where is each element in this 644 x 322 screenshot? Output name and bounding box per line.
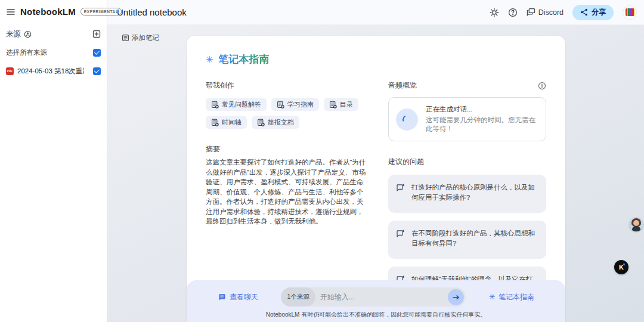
guide-title-row: ✳ 笔记本指南	[187, 36, 565, 66]
loading-spinner-icon	[396, 109, 418, 131]
chat-lines-icon	[218, 293, 226, 301]
question-chat-icon	[396, 183, 405, 203]
sources-header: 来源	[0, 29, 107, 39]
avatar-body	[632, 226, 640, 231]
app-logo-row: NotebookLM EXPERIMENTAL	[0, 0, 107, 17]
view-chat-button[interactable]: 查看聊天	[218, 292, 258, 302]
source-checkbox[interactable]	[93, 67, 101, 75]
select-all-label: 选择所有来源	[6, 48, 47, 57]
pdf-file-icon: PDF	[6, 67, 14, 75]
header-actions: Discord 分享	[490, 5, 644, 20]
chat-bar: 查看聊天 1个来源 ➔ ✳ 笔记本指南 NotebookLM 有时仍可能会给出不…	[187, 280, 565, 322]
avatar-image	[626, 8, 634, 16]
menu-icon[interactable]	[6, 7, 16, 17]
experimental-badge: EXPERIMENTAL	[80, 8, 122, 16]
question-chat-icon	[396, 229, 405, 249]
notebook-guide-card: ✳ 笔记本指南 帮我创作 常见问题解答 学习指南	[187, 36, 565, 322]
source-help-icon	[24, 30, 32, 38]
discord-label: Discord	[538, 8, 564, 17]
source-title: 2024-05-03 第18次重新理...	[17, 67, 84, 76]
add-source-icon[interactable]	[92, 30, 101, 38]
theme-toggle-icon[interactable]	[490, 8, 499, 17]
audio-status: 正在生成对话... 这可能需要几分钟的时间。您无需在此等待！	[426, 105, 538, 134]
question-text: 打造好的产品的核心原则是什么，以及如何应用于实际操作?	[411, 182, 538, 203]
chip-faq[interactable]: 常见问题解答	[206, 98, 267, 111]
chip-label: 简报文档	[268, 118, 294, 127]
user-avatar[interactable]	[623, 5, 637, 20]
chip-study-guide[interactable]: 学习指南	[271, 98, 319, 111]
sparkle-icon: ✳	[206, 55, 213, 64]
notebook-guide-button-label: 笔记本指南	[499, 292, 534, 302]
note-icon	[122, 34, 129, 42]
avatar-face	[633, 220, 639, 226]
chip-toc[interactable]: 目录	[324, 98, 358, 111]
add-note-label: 添加笔记	[132, 33, 159, 42]
main-header: Untitled notebook Discord 分享	[107, 0, 644, 25]
audio-status-desc: 这可能需要几分钟的时间。您无需在此等待！	[426, 116, 538, 134]
audio-generating-card: 正在生成对话... 这可能需要几分钟的时间。您无需在此等待！	[388, 97, 546, 141]
info-icon[interactable]	[538, 82, 546, 90]
chip-label: 时间轴	[222, 118, 242, 127]
chat-input[interactable]	[315, 293, 448, 301]
note-add-icon	[277, 101, 284, 109]
guide-grid: 帮我创作 常见问题解答 学习指南 目录	[187, 66, 565, 305]
audio-overview-label: 音频概览	[388, 80, 417, 91]
suggested-question-card[interactable]: 打造好的产品的核心原则是什么，以及如何应用于实际操作?	[388, 175, 546, 213]
summary-section: 摘要 这篇文章主要探讨了如何打造好的产品。作者从“为什么做好的产品”出发，逐步深…	[206, 144, 370, 227]
send-arrow-icon: ➔	[453, 292, 460, 302]
floating-k-widget[interactable]: K	[614, 260, 628, 274]
share-icon	[580, 8, 588, 16]
add-note-button[interactable]: 添加笔记	[122, 33, 159, 42]
guide-title: 笔记本指南	[219, 52, 270, 66]
chat-input-pill: 1个来源 ➔	[281, 287, 466, 306]
sparkle-icon: ✳	[489, 293, 495, 301]
source-list-item[interactable]: PDF 2024-05-03 第18次重新理...	[0, 66, 107, 76]
help-icon[interactable]	[508, 8, 518, 17]
source-count-badge: 1个来源	[281, 287, 315, 306]
help-create-label: 帮我创作	[206, 80, 370, 91]
forum-chat-icon	[527, 8, 535, 17]
create-chips: 常见问题解答 学习指南 目录 时间轴	[206, 98, 370, 129]
floating-presenter-avatar[interactable]	[629, 217, 643, 231]
audio-overview-header: 音频概览	[388, 80, 546, 91]
notebook-guide-button[interactable]: ✳ 笔记本指南	[489, 292, 534, 302]
note-add-icon	[211, 119, 219, 126]
suggested-questions-label: 建议的问题	[388, 157, 546, 167]
note-add-icon	[329, 101, 337, 109]
suggested-question-card[interactable]: 在不同阶段打造好的产品，其核心思想和目标有何异同?	[388, 221, 546, 259]
k-blue-dot	[623, 264, 625, 265]
chip-label: 常见问题解答	[222, 100, 261, 109]
audio-questions-section: 音频概览 正在生成对话... 这可能需要几分钟的时间。您无需在此等待！ 建议的问…	[388, 80, 546, 305]
chat-bar-row: 查看聊天 1个来源 ➔ ✳ 笔记本指南	[187, 287, 565, 306]
discord-button[interactable]: Discord	[527, 8, 564, 17]
share-label: 分享	[592, 7, 606, 17]
question-text: 在不同阶段打造好的产品，其核心思想和目标有何异同?	[411, 228, 538, 249]
share-button[interactable]: 分享	[572, 5, 614, 20]
notebook-title[interactable]: Untitled notebook	[117, 7, 187, 17]
main-content: 添加笔记 ✳ 笔记本指南 帮我创作 常见问题解答 学习指南	[107, 25, 644, 322]
chip-label: 学习指南	[287, 100, 314, 109]
app-name: NotebookLM	[20, 7, 76, 17]
select-all-checkbox[interactable]	[93, 49, 101, 57]
note-add-icon	[257, 119, 265, 126]
disclaimer-text: NotebookLM 有时仍可能会给出不准确的回答，因此您可能需要自行核实任何事…	[187, 311, 565, 319]
audio-status-title: 正在生成对话...	[426, 105, 538, 114]
view-chat-label: 查看聊天	[230, 292, 258, 302]
chip-label: 目录	[340, 100, 353, 109]
summary-text: 这篇文章主要探讨了如何打造好的产品。作者从“为什么做好的产品”出发，逐步深入探讨…	[206, 157, 370, 227]
chip-briefing-doc[interactable]: 简报文档	[252, 116, 299, 129]
note-add-icon	[211, 101, 219, 109]
send-button[interactable]: ➔	[448, 289, 464, 305]
sources-label: 来源	[6, 29, 21, 39]
help-create-section: 帮我创作 常见问题解答 学习指南 目录	[206, 80, 370, 305]
select-all-sources-row: 选择所有来源	[0, 47, 107, 58]
sidebar: NotebookLM EXPERIMENTAL 来源 选择所有来源 PDF 20…	[0, 0, 107, 322]
chip-timeline[interactable]: 时间轴	[206, 116, 247, 129]
summary-label: 摘要	[206, 144, 370, 154]
